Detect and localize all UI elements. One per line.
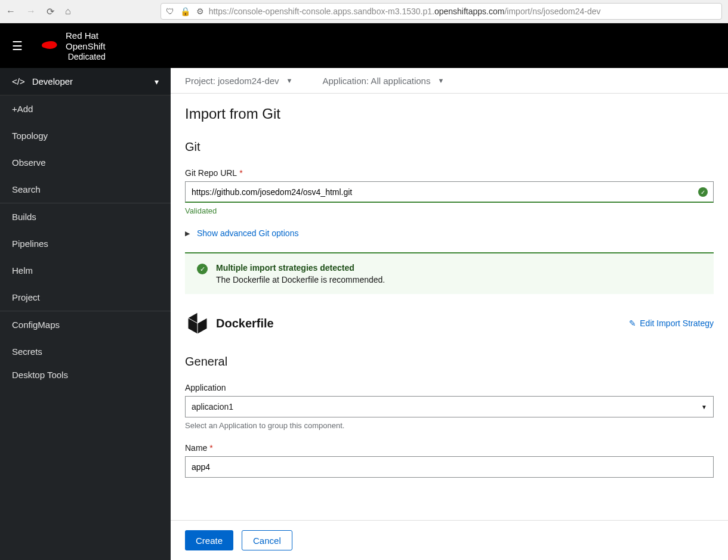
reload-icon[interactable]: ⟳: [47, 6, 54, 17]
sidebar-item-search[interactable]: Search: [0, 176, 171, 203]
lock-icon[interactable]: 🔒: [180, 7, 190, 16]
home-icon[interactable]: ⌂: [65, 6, 71, 17]
create-button[interactable]: Create: [185, 530, 233, 550]
form-footer: Create Cancel: [171, 520, 728, 560]
page-title: Import from Git: [185, 106, 714, 122]
advanced-git-label: Show advanced Git options: [197, 228, 298, 238]
application-help: Select an Application to group this comp…: [185, 421, 714, 430]
sidebar-item-secrets[interactable]: Secrets: [0, 338, 171, 365]
sidebar-item-configmaps[interactable]: ConfigMaps: [0, 311, 171, 338]
pencil-icon: ✎: [629, 318, 636, 328]
project-label: Project: josedom24-dev: [185, 76, 279, 86]
masthead: ☰ Red Hat OpenShift Dedicated: [0, 23, 728, 68]
strategy-name: Dockerfile: [216, 317, 274, 330]
sidebar-item-desktop-tools[interactable]: Desktop Tools: [0, 365, 171, 388]
general-section-title: General: [185, 355, 714, 369]
name-field-label: Name*: [185, 443, 714, 453]
chevron-down-icon: ▼: [286, 77, 293, 84]
alert-description: The Dockerfile at Dockerfile is recommen…: [216, 275, 385, 284]
main-content: Project: josedom24-dev ▼ Application: Al…: [171, 68, 728, 560]
brand-logo[interactable]: Red Hat OpenShift Dedicated: [41, 30, 106, 61]
git-url-input[interactable]: [185, 181, 714, 203]
forward-icon[interactable]: →: [26, 6, 36, 17]
redhat-icon: [41, 39, 60, 52]
check-circle-icon: ✓: [197, 264, 208, 274]
caret-down-icon: ▼: [701, 404, 707, 410]
alert-title: Multiple import strategies detected: [216, 263, 385, 273]
chevron-down-icon: ▾: [155, 77, 159, 86]
sidebar-item-project[interactable]: Project: [0, 284, 171, 311]
sidebar-item-topology[interactable]: Topology: [0, 122, 171, 149]
sidebar-item-observe[interactable]: Observe: [0, 149, 171, 176]
context-bar: Project: josedom24-dev ▼ Application: Al…: [171, 68, 728, 94]
sidebar-item-builds[interactable]: Builds: [0, 203, 171, 230]
application-select-value: aplicacion1: [192, 402, 233, 412]
application-field-label: Application: [185, 383, 714, 392]
project-selector[interactable]: Project: josedom24-dev ▼: [185, 76, 292, 86]
cancel-button[interactable]: Cancel: [242, 530, 292, 550]
caret-right-icon: ▶: [185, 230, 190, 237]
check-icon: ✓: [698, 187, 708, 197]
git-section-title: Git: [185, 140, 714, 154]
perspective-label: Developer: [32, 76, 73, 86]
docker-icon: [185, 311, 210, 336]
application-label: Application: All applications: [322, 76, 430, 86]
back-icon[interactable]: ←: [6, 6, 16, 17]
permissions-icon[interactable]: ⚙︎: [196, 7, 204, 16]
url-bar[interactable]: 🛡︎ 🔒 ⚙︎ https://console-openshift-consol…: [161, 3, 722, 20]
edit-strategy-link[interactable]: ✎ Edit Import Strategy: [629, 318, 714, 328]
shield-icon[interactable]: 🛡︎: [166, 7, 174, 16]
sidebar-item-add[interactable]: +Add: [0, 95, 171, 122]
git-url-validated: Validated: [185, 206, 714, 215]
application-select[interactable]: aplicacion1 ▼: [185, 396, 714, 417]
name-input[interactable]: [185, 456, 714, 478]
hamburger-icon[interactable]: ☰: [12, 39, 23, 53]
perspective-switcher[interactable]: </> Developer ▾: [0, 68, 171, 95]
sidebar-item-helm[interactable]: Helm: [0, 257, 171, 284]
strategy-alert: ✓ Multiple import strategies detected Th…: [185, 252, 714, 294]
advanced-git-toggle[interactable]: ▶ Show advanced Git options: [185, 228, 714, 238]
application-selector[interactable]: Application: All applications ▼: [322, 76, 444, 86]
git-url-label: Git Repo URL*: [185, 168, 714, 178]
sidebar: </> Developer ▾ +Add Topology Observe Se…: [0, 68, 171, 560]
sidebar-item-pipelines[interactable]: Pipelines: [0, 230, 171, 257]
code-icon: </>: [12, 76, 25, 86]
chevron-down-icon: ▼: [437, 77, 444, 84]
browser-toolbar: ← → ⟳ ⌂ 🛡︎ 🔒 ⚙︎ https://console-openshif…: [0, 0, 728, 23]
url-text: https://console-openshift-console.apps.s…: [209, 7, 601, 16]
